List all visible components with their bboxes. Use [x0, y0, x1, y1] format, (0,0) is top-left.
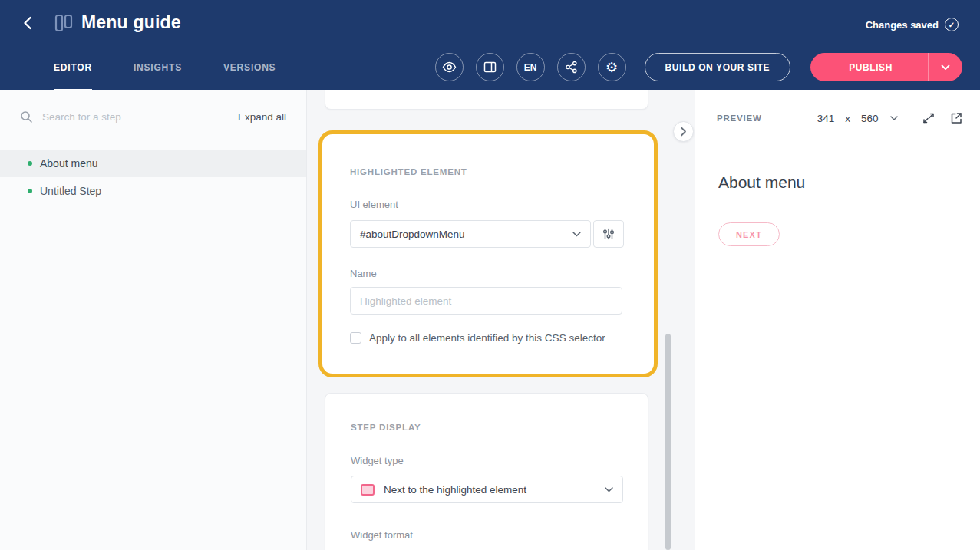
previous-settings-card — [325, 90, 648, 110]
collapse-panel-button[interactable] — [673, 121, 694, 142]
preview-height: 560 — [861, 113, 879, 124]
changes-saved-status: Changes saved ✓ — [866, 18, 959, 31]
app-header: Menu guide Changes saved ✓ EDITOR INSIGH… — [0, 0, 980, 90]
back-icon[interactable] — [20, 15, 37, 31]
settings-gear-button[interactable]: ⚙ — [598, 53, 626, 81]
ui-element-label: UI element — [350, 199, 626, 210]
preview-header-icons — [922, 111, 963, 125]
publish-split-button: PUBLISH — [810, 53, 962, 81]
steps-list: About menu Untitled Step — [0, 150, 306, 205]
ui-element-select[interactable]: #aboutDropdownMenu — [350, 220, 591, 248]
layout-panel-button[interactable] — [476, 53, 504, 81]
step-label: Untitled Step — [40, 185, 101, 197]
chevron-down-icon — [605, 487, 613, 492]
open-in-new-tab-icon[interactable] — [949, 111, 963, 125]
header-top-row: Menu guide Changes saved ✓ — [0, 0, 980, 44]
section-title: STEP DISPLAY — [351, 423, 622, 432]
preview-header: PREVIEW 341 x 560 — [695, 90, 980, 147]
header-tabs: EDITOR INSIGHTS VERSIONS — [54, 44, 276, 90]
element-picker-settings-button[interactable] — [593, 220, 624, 248]
language-badge[interactable]: EN — [516, 53, 545, 81]
chevron-down-icon — [572, 232, 581, 237]
page-title: Menu guide — [81, 12, 181, 33]
highlighted-element-card: HIGHLIGHTED ELEMENT UI element #aboutDro… — [318, 130, 658, 377]
fullscreen-expand-icon[interactable] — [922, 111, 935, 125]
preview-label: PREVIEW — [717, 114, 762, 123]
name-label: Name — [350, 268, 626, 279]
header-actions: EN ⚙ BUILD ON YOUR SITE PUBLISH — [435, 44, 962, 90]
chevron-down-icon — [890, 116, 898, 120]
expand-all-link[interactable]: Expand all — [238, 111, 286, 123]
preview-width: 341 — [817, 113, 835, 124]
widget-type-value: Next to the highlighted element — [384, 484, 596, 496]
step-label: About menu — [40, 157, 98, 170]
steps-sidebar: Expand all About menu Untitled Step — [0, 90, 307, 550]
step-status-dot — [28, 161, 32, 166]
widget-type-select[interactable]: Next to the highlighted element — [351, 476, 623, 503]
widget-format-label: Widget format — [351, 529, 622, 541]
check-circle-icon: ✓ — [945, 18, 959, 31]
search-icon — [20, 110, 33, 124]
scrollbar-track — [665, 90, 671, 550]
tab-editor[interactable]: EDITOR — [54, 45, 92, 91]
tab-versions[interactable]: VERSIONS — [223, 45, 276, 91]
publish-caret-button[interactable] — [929, 53, 962, 81]
apply-all-checkbox[interactable] — [350, 332, 361, 344]
preview-panel: PREVIEW 341 x 560 About menu — [695, 90, 980, 550]
publish-button[interactable]: PUBLISH — [810, 53, 929, 81]
step-item-untitled-step[interactable]: Untitled Step — [0, 177, 306, 205]
ui-element-row: #aboutDropdownMenu — [350, 220, 626, 248]
preview-step-title: About menu — [718, 173, 957, 192]
widget-type-icon — [361, 484, 375, 496]
step-display-card: STEP DISPLAY Widget type Next to the hig… — [325, 393, 648, 550]
editor-main: HIGHLIGHTED ELEMENT UI element #aboutDro… — [308, 90, 695, 550]
ui-element-value: #aboutDropdownMenu — [360, 229, 572, 240]
step-search-row: Expand all — [0, 90, 306, 143]
step-status-dot — [28, 189, 32, 193]
build-on-your-site-button[interactable]: BUILD ON YOUR SITE — [645, 53, 791, 81]
section-title: HIGHLIGHTED ELEMENT — [350, 167, 626, 176]
guide-logo-icon — [54, 14, 74, 32]
widget-type-label: Widget type — [351, 455, 622, 466]
preview-body: About menu NEXT — [695, 147, 980, 272]
scrollbar-thumb[interactable] — [665, 334, 671, 550]
preview-size-select[interactable]: 341 x 560 — [817, 113, 899, 124]
apply-all-row: Apply to all elements identified by this… — [350, 332, 626, 344]
preview-size-separator: x — [845, 113, 850, 124]
highlighted-element-name-input[interactable] — [350, 287, 622, 315]
search-step-input[interactable] — [42, 111, 238, 123]
apply-all-label: Apply to all elements identified by this… — [369, 332, 605, 344]
changes-saved-label: Changes saved — [866, 19, 939, 31]
preview-eye-button[interactable] — [435, 53, 464, 81]
preview-next-button[interactable]: NEXT — [718, 222, 780, 246]
tab-insights[interactable]: INSIGHTS — [134, 45, 182, 91]
step-item-about-menu[interactable]: About menu — [0, 150, 306, 177]
share-button[interactable] — [557, 53, 586, 81]
header-bottom-row: EDITOR INSIGHTS VERSIONS EN ⚙ BUILD ON Y… — [0, 44, 980, 90]
